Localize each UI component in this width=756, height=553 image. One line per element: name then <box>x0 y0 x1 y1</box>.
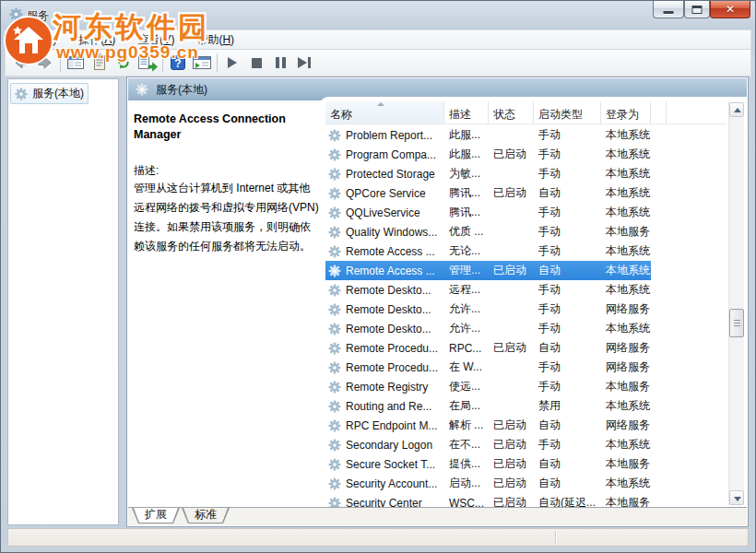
table-row[interactable]: Protected Storage 为敏... 手动 本地系统 <box>325 164 651 183</box>
cell-name: Remote Deskto... <box>325 284 444 297</box>
start-service-button[interactable] <box>220 52 244 74</box>
menu-item[interactable]: 帮助(H) <box>187 30 243 50</box>
cell-name: Remote Registry <box>325 381 444 394</box>
gear-icon <box>328 381 341 394</box>
cell-startup-type: 手动 <box>534 301 601 317</box>
toolbar-separator <box>60 53 61 72</box>
toolbar: ? <box>5 50 751 76</box>
cell-name: Problem Report... <box>325 129 444 142</box>
refresh-button[interactable] <box>112 52 136 74</box>
table-row[interactable]: Remote Deskto... 允许... 手动 本地系统 <box>325 319 651 338</box>
table-row[interactable]: Routing and Re... 在局... 禁用 本地系统 <box>325 396 651 416</box>
tree-item-services-local[interactable]: 服务(本地) <box>10 83 89 104</box>
cell-startup-type: 手动 <box>534 359 601 375</box>
column-header-startup-type[interactable]: 启动类型 <box>534 101 601 124</box>
table-row[interactable]: QPCore Service 腾讯... 已启动 自动 本地系统 <box>325 183 651 203</box>
menu-item[interactable]: 文件(F) <box>11 30 65 50</box>
scroll-up-button[interactable] <box>729 102 744 117</box>
toolbar-separator <box>217 53 218 72</box>
cell-startup-type: 手动 <box>534 205 601 220</box>
cell-description: 在不... <box>444 437 489 453</box>
column-header-logon-as[interactable]: 登录为 <box>601 101 651 124</box>
cell-logon-as: 本地系统 <box>601 476 651 491</box>
cell-description: 远程... <box>444 282 489 298</box>
tree-item-label: 服务(本地) <box>32 86 84 101</box>
table-row[interactable]: RPC Endpoint M... 解析 ... 已启动 自动 网络服务 <box>325 416 651 435</box>
main-panel: 服务(本地) Remote Access Connection Manager … <box>126 76 749 527</box>
gear-icon <box>328 400 341 413</box>
menu-item[interactable]: 查看(V) <box>128 30 183 50</box>
export-list-button[interactable] <box>136 52 159 74</box>
table-row[interactable]: Remote Deskto... 远程... 手动 本地系统 <box>325 280 651 300</box>
pause-service-button[interactable] <box>268 52 292 74</box>
column-header-status[interactable]: 状态 <box>489 101 534 124</box>
table-row[interactable]: Problem Report... 此服... 手动 本地系统 <box>325 125 651 145</box>
menu-item[interactable]: 操作(A) <box>69 30 124 50</box>
table-row[interactable]: Remote Procedu... RPC... 已启动 自动 网络服务 <box>325 338 651 358</box>
cell-description: 腾讯... <box>444 185 489 201</box>
table-row[interactable]: Remote Registry 使远... 手动 本地服务 <box>325 377 651 396</box>
table-row[interactable]: Program Compa... 此服... 已启动 手动 本地系统 <box>325 145 651 164</box>
start-service-icon <box>228 57 237 68</box>
cell-name: Quality Windows... <box>325 226 444 239</box>
menubar: 文件(F)操作(A)查看(V)帮助(H) <box>5 29 751 50</box>
scrollbar-thumb[interactable] <box>729 309 744 337</box>
table-header: 名称 描述 状态 启动类型 登录为 <box>325 101 726 124</box>
close-button[interactable]: ✕ <box>710 1 750 18</box>
table-row[interactable]: Security Center WSC... 已启动 自动(延迟... 本地服务 <box>325 493 651 507</box>
stop-service-button[interactable] <box>244 52 268 74</box>
cell-logon-as: 本地系统 <box>601 398 651 414</box>
cell-status: 已启动 <box>489 418 534 433</box>
maximize-icon <box>692 6 703 14</box>
column-header-filler <box>667 101 726 124</box>
cell-description: 在 W... <box>444 359 489 375</box>
cell-logon-as: 本地服务 <box>601 224 651 240</box>
table-row[interactable]: Remote Procedu... 在 W... 手动 网络服务 <box>325 358 651 377</box>
close-icon: ✕ <box>711 3 750 16</box>
table-row[interactable]: Remote Access ... 管理... 已启动 自动 本地系统 <box>325 261 651 280</box>
gear-icon <box>328 148 341 161</box>
cell-startup-type: 自动 <box>534 456 601 472</box>
table-row[interactable]: Secondary Logon 在不... 已启动 手动 本地系统 <box>325 435 651 454</box>
vertical-scrollbar[interactable] <box>728 102 744 505</box>
cell-logon-as: 本地系统 <box>601 282 651 298</box>
restart-service-button[interactable] <box>292 52 316 74</box>
console-tree-panel: 服务(本地) <box>7 78 119 525</box>
maximize-button[interactable] <box>684 1 710 18</box>
cell-startup-type: 手动 <box>534 243 601 259</box>
tab-label: 扩展 <box>133 508 179 523</box>
cell-description: 腾讯... <box>444 205 489 220</box>
properties-button[interactable] <box>88 52 112 74</box>
band-title: 服务(本地) <box>156 82 207 98</box>
table-row[interactable]: Remote Deskto... 允许... 手动 网络服务 <box>325 300 651 319</box>
forward-button[interactable] <box>33 52 57 74</box>
cell-startup-type: 手动 <box>534 321 601 336</box>
gear-icon <box>328 284 341 297</box>
column-header-name[interactable]: 名称 <box>325 101 444 124</box>
restart-service-icon <box>298 57 311 68</box>
services-window: 服务 ✕ 文件(F)操作(A)查看(V)帮助(H) ? <box>0 0 756 553</box>
view-tab-extended[interactable]: 扩展 <box>132 508 180 524</box>
cell-status: 已启动 <box>489 456 534 472</box>
back-button[interactable] <box>9 52 33 74</box>
scrollbar-grip-icon <box>734 320 740 321</box>
table-row[interactable]: Secure Socket T... 提供... 已启动 自动 本地服务 <box>325 454 651 474</box>
table-row[interactable]: Security Account... 启动... 已启动 自动 本地系统 <box>325 474 651 493</box>
table-row[interactable]: Remote Access ... 无论... 手动 本地系统 <box>325 241 651 261</box>
cell-startup-type: 自动 <box>534 476 601 491</box>
titlebar[interactable]: 服务 ✕ <box>1 1 755 29</box>
show-action-pane-button[interactable] <box>190 52 214 74</box>
cell-logon-as: 本地服务 <box>601 456 651 472</box>
scroll-down-button[interactable] <box>729 490 744 505</box>
cell-description: 无论... <box>444 243 489 259</box>
stop-service-icon <box>252 58 262 68</box>
table-row[interactable]: Quality Windows... 优质 ... 手动 本地服务 <box>325 222 651 241</box>
column-header-description[interactable]: 描述 <box>444 101 489 124</box>
gear-icon <box>328 477 341 490</box>
minimize-button[interactable] <box>653 1 684 18</box>
table-row[interactable]: QQLiveService 腾讯... 手动 本地系统 <box>325 203 651 222</box>
help-button[interactable]: ? <box>166 52 190 74</box>
cell-description: 此服... <box>444 147 489 162</box>
show-console-tree-button[interactable] <box>64 52 88 74</box>
view-tab-standard[interactable]: 标准 <box>182 508 230 524</box>
